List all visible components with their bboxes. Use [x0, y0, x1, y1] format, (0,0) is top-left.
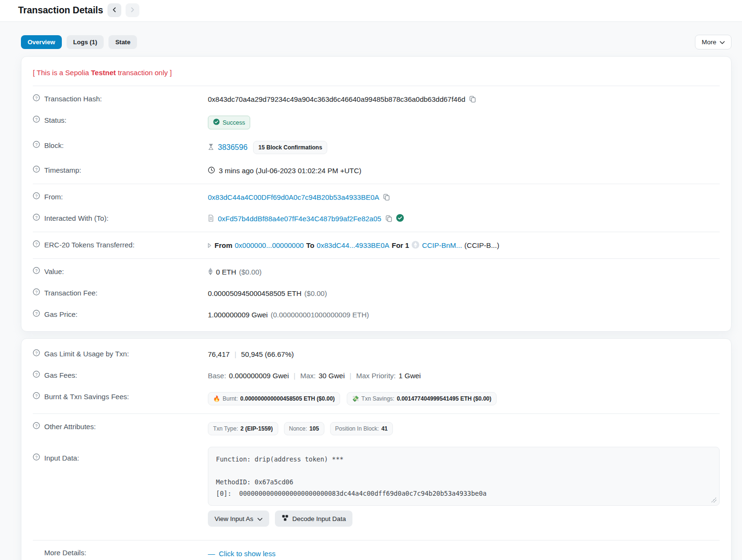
txn-type-badge: Txn Type: 2 (EIP-1559) [208, 422, 278, 435]
help-icon[interactable]: ? [33, 288, 40, 297]
block-number-link[interactable]: 3836596 [218, 143, 247, 152]
block-confirmations-badge: 15 Block Confirmations [253, 141, 327, 154]
interacted-with-label-group: ? Interacted With (To): [33, 214, 208, 222]
erc20-from-address-link[interactable]: 0x000000...00000000 [235, 241, 304, 249]
pipe-separator: | [292, 372, 297, 380]
resize-handle[interactable] [712, 498, 716, 502]
help-icon[interactable]: ? [33, 192, 40, 201]
tab-logs[interactable]: Logs (1) [67, 35, 104, 49]
help-icon[interactable]: ? [33, 240, 40, 249]
value-usd: ($0.00) [239, 268, 262, 276]
pipe-separator: | [348, 372, 353, 380]
help-icon[interactable]: ? [33, 116, 40, 124]
show-less-link[interactable]: — Click to show less [208, 550, 275, 558]
from-row: ? From: 0x83dC44a4C00DFf69d0A0c7c94B20b5… [33, 187, 720, 208]
svg-text:?: ? [35, 194, 38, 198]
svg-text:?: ? [35, 117, 38, 122]
help-icon[interactable]: ? [33, 371, 40, 379]
more-dropdown-button[interactable]: More [695, 35, 732, 49]
txn-type-value: 2 (EIP-1559) [240, 425, 273, 432]
other-attributes-label-group: ? Other Attributes: [33, 422, 208, 431]
tab-state[interactable]: State [108, 35, 137, 49]
burnt-fee-badge: 🔥 Burnt: 0.000000000000458505 ETH ($0.00… [208, 392, 340, 405]
erc20-to-address-link[interactable]: 0x83dC44...4933BE0A [317, 241, 390, 249]
from-address-link[interactable]: 0x83dC44a4C00DFf69d0A0c7c94B20b53a4933BE… [208, 193, 379, 201]
tab-overview[interactable]: Overview [21, 35, 62, 49]
input-data-label-group: ? Input Data: [33, 447, 208, 462]
view-input-as-button[interactable]: View Input As [208, 511, 269, 527]
fire-icon: 🔥 [213, 395, 220, 402]
help-icon[interactable]: ? [33, 141, 40, 149]
to-address-link[interactable]: 0xFd57b4ddBf88a4e07fF4e34C487b99af2Fe82a… [218, 215, 381, 223]
details-card: ? Gas Limit & Usage by Txn: 76,417 | 50,… [21, 338, 732, 560]
erc20-token-link[interactable]: CCIP-BnM... [422, 241, 462, 249]
previous-transaction-button[interactable] [107, 3, 121, 17]
gas-price-amount: 1.000000009 Gwei [208, 311, 268, 319]
svg-text:?: ? [35, 268, 38, 273]
divider [33, 258, 720, 259]
help-icon[interactable]: ? [33, 392, 40, 401]
divider [33, 540, 720, 540]
help-icon[interactable]: ? [33, 310, 40, 318]
help-icon[interactable]: ? [33, 422, 40, 431]
more-details-label: More Details: [44, 549, 86, 557]
erc20-to-label: To [306, 241, 314, 249]
transaction-hash-label: Transaction Hash: [44, 95, 102, 103]
input-data-row: ? Input Data: Function: drip(address tok… [33, 441, 720, 532]
svg-text:?: ? [35, 142, 38, 147]
chevron-down-icon [720, 39, 725, 46]
value-label: Value: [44, 267, 64, 275]
testnet-warning-bold: Testnet [91, 69, 116, 77]
copy-icon[interactable] [385, 215, 392, 222]
svg-text:?: ? [35, 215, 38, 220]
help-icon[interactable]: ? [33, 166, 40, 174]
decode-input-data-button[interactable]: Decode Input Data [275, 511, 353, 527]
token-icon [411, 241, 420, 250]
interacted-with-label: Interacted With (To): [44, 214, 108, 222]
svg-text:?: ? [35, 455, 38, 460]
burnt-fees-label-group: ? Burnt & Txn Savings Fees: [33, 392, 208, 401]
next-transaction-button[interactable] [126, 3, 139, 17]
decode-input-data-label: Decode Input Data [293, 515, 346, 522]
testnet-warning: [ This is a Sepolia Testnet transaction … [33, 69, 720, 77]
help-icon[interactable]: ? [33, 94, 40, 103]
gas-price-eth: (0.000000001000000009 ETH) [271, 311, 369, 319]
more-details-row: More Details: — Click to show less [33, 543, 720, 560]
gas-limit-label: Gas Limit & Usage by Txn: [44, 350, 129, 358]
status-row: ? Status: Success [33, 110, 720, 135]
other-attributes-label: Other Attributes: [44, 422, 96, 431]
page-header: Transaction Details [0, 0, 742, 22]
svg-text:?: ? [35, 290, 38, 295]
timestamp-label: Timestamp: [44, 166, 81, 174]
copy-icon[interactable] [383, 194, 390, 201]
input-data-textarea[interactable]: Function: drip(address token) *** Method… [208, 447, 720, 506]
help-icon[interactable]: ? [33, 267, 40, 275]
svg-text:?: ? [35, 311, 38, 316]
copy-icon[interactable] [469, 96, 476, 103]
status-badge-text: Success [223, 119, 245, 126]
svg-text:?: ? [35, 242, 38, 246]
svg-text:?: ? [35, 393, 38, 398]
gas-limit-label-group: ? Gas Limit & Usage by Txn: [33, 349, 208, 358]
testnet-warning-suffix: transaction only ] [116, 69, 172, 77]
help-icon[interactable]: ? [33, 214, 40, 222]
contract-document-icon [208, 215, 214, 223]
svg-text:?: ? [35, 96, 38, 100]
input-data-actions: View Input As Decode Input Data [208, 511, 720, 527]
divider [33, 413, 720, 414]
nonce-badge: Nonce: 105 [284, 422, 324, 435]
verified-check-icon [396, 214, 404, 223]
burnt-fee-value: 0.000000000000458505 ETH ($0.00) [240, 395, 335, 402]
more-details-label-group: More Details: [33, 549, 208, 557]
gas-fees-row: ? Gas Fees: Base: 0.000000009 Gwei | Max… [33, 365, 720, 386]
svg-text:?: ? [35, 372, 38, 377]
chevron-down-icon [257, 515, 263, 522]
value-row: ? Value: 0 ETH ($0.00) [33, 261, 720, 283]
help-icon[interactable]: ? [33, 453, 40, 462]
erc20-from-label: From [215, 241, 233, 249]
testnet-warning-prefix: [ This is a Sepolia [33, 69, 91, 77]
help-icon[interactable]: ? [33, 349, 40, 358]
base-fee-label: Base: [208, 372, 226, 380]
burnt-fees-label: Burnt & Txn Savings Fees: [44, 393, 129, 401]
timestamp-label-group: ? Timestamp: [33, 166, 208, 174]
